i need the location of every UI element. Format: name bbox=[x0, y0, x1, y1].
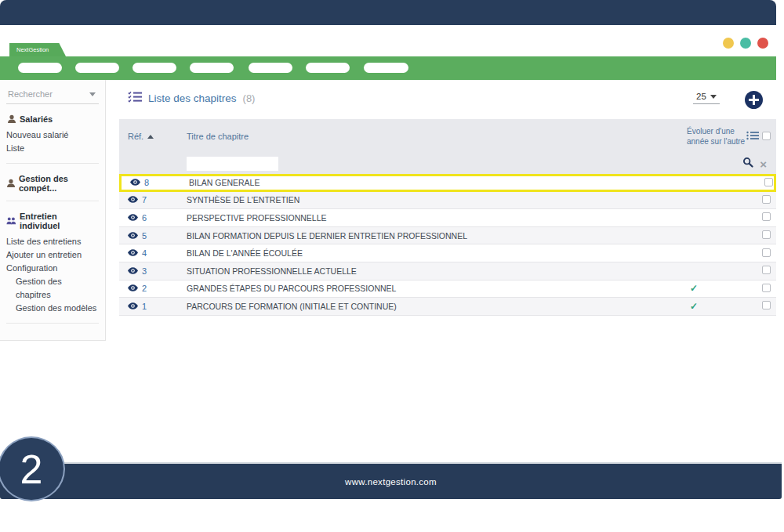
table-row[interactable]: 3 SITUATION PROFESSIONNELLE ACTUELLE bbox=[119, 262, 776, 280]
sidebar-item-gestion-modeles[interactable]: Gestion des modèles bbox=[6, 302, 99, 315]
page-header: Liste des chapitres (8) bbox=[128, 91, 255, 106]
sidebar-divider bbox=[6, 323, 99, 324]
search-icon[interactable] bbox=[742, 157, 753, 171]
checklist-icon bbox=[128, 91, 142, 106]
sidebar-item-liste-entretiens[interactable]: Liste des entretiens bbox=[6, 235, 99, 248]
row-checkbox[interactable] bbox=[762, 301, 771, 309]
view-eye-icon[interactable] bbox=[128, 231, 138, 241]
nav-pill-placeholder[interactable] bbox=[249, 63, 292, 73]
evolve-check: ✓ bbox=[687, 301, 746, 312]
view-eye-icon[interactable] bbox=[128, 195, 138, 204]
chapter-title: PARCOURS DE FORMATION (INITIALE ET CONTI… bbox=[187, 302, 687, 311]
sidebar-search-placeholder: Rechercher bbox=[8, 89, 53, 99]
sidebar-section-competences[interactable]: Gestion des compét... bbox=[6, 174, 99, 193]
table-row[interactable]: 4 BILAN DE L'ANNÉE ÉCOULÉE bbox=[119, 244, 776, 262]
chapter-title: SITUATION PROFESSIONNELLE ACTUELLE bbox=[187, 266, 687, 276]
sidebar-section-entretien[interactable]: Entretien individuel bbox=[6, 212, 99, 230]
chevron-down-icon bbox=[710, 95, 717, 99]
table-row[interactable]: 1 PARCOURS DE FORMATION (INITIALE ET CON… bbox=[119, 298, 776, 316]
main-navbar bbox=[0, 56, 776, 80]
page-title: Liste des chapitres bbox=[148, 92, 237, 104]
view-eye-icon[interactable] bbox=[128, 302, 138, 311]
select-all-checkbox[interactable] bbox=[762, 132, 771, 140]
step-number: 2 bbox=[20, 446, 43, 493]
chapter-ref: 1 bbox=[142, 302, 147, 311]
brand-tab: NextGestion bbox=[9, 43, 66, 56]
sidebar-section-label: Gestion des compét... bbox=[19, 174, 99, 193]
row-checkbox[interactable] bbox=[764, 178, 773, 186]
title-filter-input[interactable] bbox=[187, 157, 278, 171]
view-eye-icon[interactable] bbox=[128, 248, 138, 258]
chapters-table: Réf. Titre de chapitre Évoluer d'une ann… bbox=[119, 119, 776, 316]
table-row[interactable]: 2 GRANDES ÉTAPES DU PARCOURS PROFESSIONN… bbox=[119, 280, 776, 299]
chapter-ref: 3 bbox=[142, 266, 147, 276]
nav-pill-placeholder[interactable] bbox=[75, 63, 119, 73]
chapter-title: SYNTHÈSE DE L'ENTRETIEN bbox=[187, 195, 687, 204]
sort-ascending-icon bbox=[147, 135, 154, 139]
nav-pill-placeholder[interactable] bbox=[18, 63, 62, 73]
nav-pill-placeholder[interactable] bbox=[132, 63, 176, 73]
chapter-title: BILAN GENERALE bbox=[189, 178, 689, 187]
step-number-badge: 2 bbox=[0, 436, 65, 501]
window-dot-yellow-icon[interactable] bbox=[723, 38, 734, 49]
table-row[interactable]: 5 BILAN FORMATION DEPUIS LE DERNIER ENTR… bbox=[119, 227, 776, 245]
sidebar: Rechercher Salariés Nouveau salarié List… bbox=[0, 80, 106, 341]
row-checkbox[interactable] bbox=[762, 284, 771, 292]
view-eye-icon[interactable] bbox=[130, 178, 140, 187]
list-view-icon[interactable] bbox=[746, 131, 762, 142]
column-header-evolve[interactable]: Évoluer d'une année sur l'autre bbox=[687, 126, 746, 147]
window-title-bar: NextGestion bbox=[0, 0, 776, 25]
footer-url: www.nextgestion.com bbox=[345, 477, 437, 487]
sidebar-divider bbox=[6, 163, 99, 164]
add-chapter-button[interactable] bbox=[745, 91, 763, 109]
chevron-down-icon bbox=[89, 92, 96, 96]
view-eye-icon[interactable] bbox=[128, 213, 138, 223]
user-icon bbox=[6, 114, 16, 124]
nav-pill-placeholder[interactable] bbox=[364, 63, 408, 73]
table-row[interactable]: 6 PERSPECTIVE PROFESSIONNELLE bbox=[119, 209, 776, 227]
sidebar-section-salaries[interactable]: Salariés bbox=[6, 114, 99, 124]
chapter-ref: 8 bbox=[144, 178, 149, 187]
chapter-title: PERSPECTIVE PROFESSIONNELLE bbox=[187, 213, 687, 223]
view-eye-icon[interactable] bbox=[128, 266, 138, 276]
window-controls bbox=[723, 38, 768, 49]
column-header-ref[interactable]: Réf. bbox=[119, 132, 187, 141]
page: NextGestion Rechercher Salariés Nouveau … bbox=[0, 0, 784, 532]
sidebar-item-liste[interactable]: Liste bbox=[6, 142, 99, 155]
sidebar-item-configuration[interactable]: Configuration bbox=[6, 262, 99, 275]
sidebar-item-nouveau-salarie[interactable]: Nouveau salarié bbox=[6, 128, 99, 142]
row-checkbox[interactable] bbox=[762, 266, 771, 274]
chapter-ref: 6 bbox=[142, 213, 147, 223]
chapter-title: BILAN DE L'ANNÉE ÉCOULÉE bbox=[187, 248, 687, 258]
chapter-title: BILAN FORMATION DEPUIS LE DERNIER ENTRET… bbox=[187, 231, 687, 241]
clear-filter-icon[interactable]: × bbox=[760, 158, 767, 170]
chapter-ref: 5 bbox=[142, 231, 147, 241]
page-size-select[interactable]: 25 bbox=[693, 92, 720, 104]
window-dot-red-icon[interactable] bbox=[757, 38, 768, 49]
row-checkbox[interactable] bbox=[762, 248, 771, 257]
table-row-highlighted[interactable]: 8 BILAN GENERALE bbox=[119, 174, 776, 192]
chapter-ref: 7 bbox=[142, 195, 147, 204]
sidebar-section-label: Salariés bbox=[20, 114, 53, 124]
sidebar-item-ajouter-entretien[interactable]: Ajouter un entretien bbox=[6, 248, 99, 262]
column-header-title[interactable]: Titre de chapitre bbox=[187, 132, 687, 141]
users-group-icon bbox=[6, 216, 16, 226]
window-dot-teal-icon[interactable] bbox=[740, 38, 751, 49]
table-row[interactable]: 7 SYNTHÈSE DE L'ENTRETIEN bbox=[119, 192, 776, 210]
sidebar-divider bbox=[6, 201, 99, 201]
sidebar-section-label: Entretien individuel bbox=[20, 212, 99, 230]
nav-pill-placeholder[interactable] bbox=[190, 63, 234, 73]
chapter-title: GRANDES ÉTAPES DU PARCOURS PROFESSIONNEL bbox=[187, 284, 687, 293]
row-checkbox[interactable] bbox=[762, 195, 771, 204]
row-checkbox[interactable] bbox=[762, 230, 771, 239]
sidebar-search-select[interactable]: Rechercher bbox=[6, 88, 99, 104]
column-label: Réf. bbox=[128, 132, 143, 141]
tab-placeholder bbox=[64, 37, 129, 53]
table-header: Réf. Titre de chapitre Évoluer d'une ann… bbox=[119, 119, 776, 174]
nav-pill-placeholder[interactable] bbox=[306, 63, 350, 73]
chapter-ref: 2 bbox=[142, 284, 147, 293]
evolve-check: ✓ bbox=[687, 283, 746, 294]
sidebar-item-gestion-chapitres[interactable]: Gestion des chapitres bbox=[6, 275, 99, 302]
row-checkbox[interactable] bbox=[762, 212, 771, 221]
view-eye-icon[interactable] bbox=[128, 284, 138, 293]
